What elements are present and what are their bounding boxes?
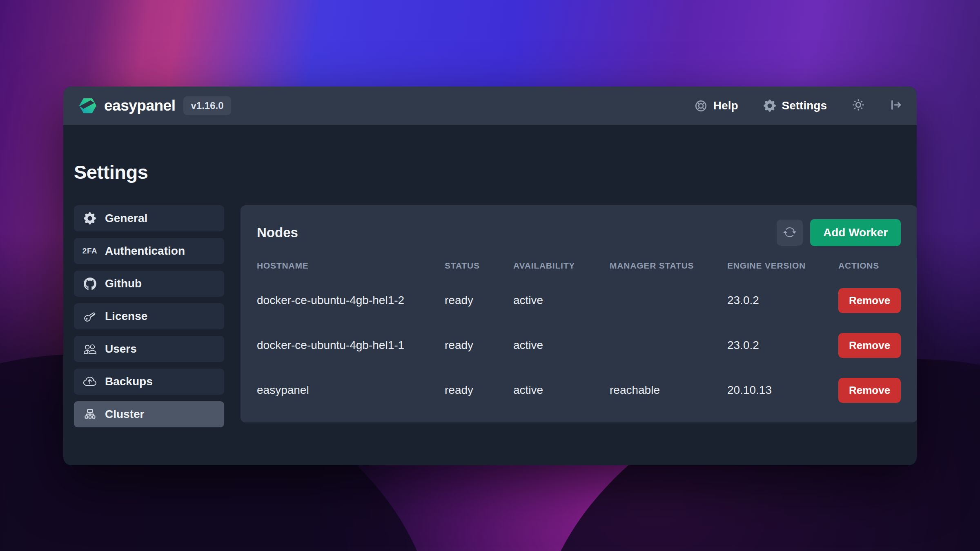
cell-availability: active [513, 294, 610, 307]
column-header: AVAILABILITY [513, 261, 610, 271]
table-row: easypanel ready active reachable 20.10.1… [257, 368, 901, 413]
sidebar-item-label: Cluster [105, 408, 144, 421]
settings-sidebar: General 2FA Authentication Github Licens… [74, 205, 224, 427]
cell-engine-version: 20.10.13 [727, 384, 838, 397]
easypanel-logo-icon [78, 96, 98, 116]
sidebar-item-label: Users [105, 342, 137, 355]
cell-hostname: easypanel [257, 384, 445, 397]
table-body: docker-ce-ubuntu-4gb-hel1-2 ready active… [257, 278, 901, 413]
key-icon [83, 310, 97, 323]
cell-actions: Remove [838, 333, 901, 358]
sidebar-item-label: Backups [105, 375, 153, 388]
nodes-table: HOSTNAMESTATUSAVAILABILITYMANAGER STATUS… [257, 253, 901, 413]
sidebar-item-label: Authentication [105, 244, 185, 258]
cell-status: ready [445, 384, 513, 397]
help-button[interactable]: Help [695, 99, 738, 112]
sidebar-item-label: License [105, 310, 147, 323]
users-icon [83, 343, 97, 355]
lifebuoy-icon [695, 100, 707, 112]
page-title: Settings [74, 161, 906, 183]
sidebar-item-github[interactable]: Github [74, 271, 224, 297]
remove-button[interactable]: Remove [838, 378, 901, 403]
settings-button[interactable]: Settings [764, 99, 827, 112]
table-header-row: HOSTNAMESTATUSAVAILABILITYMANAGER STATUS… [257, 253, 901, 278]
refresh-button[interactable] [777, 220, 803, 246]
settings-label: Settings [782, 99, 827, 112]
brand-name: easypanel [104, 97, 175, 114]
help-label: Help [713, 99, 738, 112]
sidebar-item-cluster[interactable]: Cluster [74, 401, 224, 427]
nodes-panel: Nodes Add Worker [241, 205, 917, 422]
top-nav: Help Settings [695, 99, 902, 113]
cell-status: ready [445, 294, 513, 307]
gear-icon [764, 100, 776, 112]
cell-availability: active [513, 384, 610, 397]
sidebar-item-backups[interactable]: Backups [74, 369, 224, 395]
cell-hostname: docker-ce-ubuntu-4gb-hel1-2 [257, 294, 445, 307]
theme-toggle-button[interactable] [852, 99, 864, 113]
refresh-icon [783, 226, 796, 240]
cloud-upload-icon [83, 375, 97, 388]
top-bar: easypanel v1.16.0 Help Settin [63, 87, 917, 125]
panel-actions: Add Worker [777, 219, 901, 246]
version-badge: v1.16.0 [183, 96, 231, 115]
easypanel-window: easypanel v1.16.0 Help Settin [63, 87, 917, 465]
add-worker-button[interactable]: Add Worker [810, 219, 901, 246]
sidebar-item-label: Github [105, 277, 142, 290]
column-header: ENGINE VERSION [727, 261, 838, 271]
cell-manager-status: reachable [610, 384, 727, 397]
remove-button[interactable]: Remove [838, 333, 901, 358]
cell-hostname: docker-ce-ubuntu-4gb-hel1-1 [257, 339, 445, 352]
cell-engine-version: 23.0.2 [727, 294, 838, 307]
brand[interactable]: easypanel [78, 96, 175, 116]
table-row: docker-ce-ubuntu-4gb-hel1-1 ready active… [257, 323, 901, 368]
logout-button[interactable] [890, 99, 902, 113]
cell-actions: Remove [838, 288, 901, 313]
logout-icon [890, 99, 902, 113]
column-header: STATUS [445, 261, 513, 271]
sidebar-item-license[interactable]: License [74, 303, 224, 329]
settings-page: Settings General 2FA Authentication Gith… [63, 125, 917, 427]
two-fa-icon: 2FA [83, 247, 97, 256]
sidebar-item-authentication[interactable]: 2FA Authentication [74, 238, 224, 264]
sidebar-item-label: General [105, 212, 147, 225]
sidebar-item-users[interactable]: Users [74, 336, 224, 362]
cell-availability: active [513, 339, 610, 352]
table-row: docker-ce-ubuntu-4gb-hel1-2 ready active… [257, 278, 901, 323]
github-icon [83, 278, 97, 290]
panel-title: Nodes [257, 225, 298, 240]
column-header: MANAGER STATUS [610, 261, 727, 271]
column-header: ACTIONS [838, 261, 901, 271]
sun-icon [852, 99, 864, 113]
cell-status: ready [445, 339, 513, 352]
cell-engine-version: 23.0.2 [727, 339, 838, 352]
cell-actions: Remove [838, 378, 901, 403]
gear-icon [83, 212, 97, 224]
panel-header: Nodes Add Worker [257, 219, 901, 246]
column-header: HOSTNAME [257, 261, 445, 271]
remove-button[interactable]: Remove [838, 288, 901, 313]
sidebar-item-general[interactable]: General [74, 205, 224, 231]
sitemap-icon [83, 408, 97, 421]
